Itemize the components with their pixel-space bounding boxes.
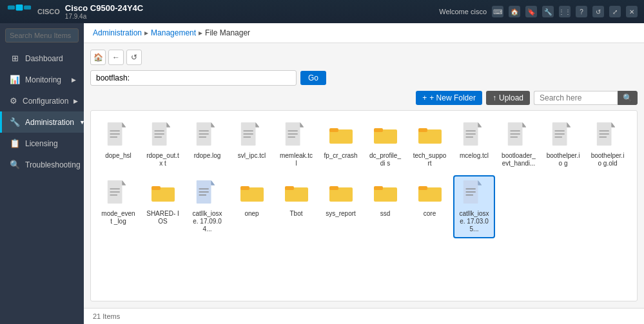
sidebar-item-dashboard[interactable]: ⊞ Dashboard [0,48,84,69]
fm-search-input[interactable] [534,91,618,105]
main-layout: ⊞ Dashboard 📊 Monitoring ▶ ⚙ Configurati… [0,23,644,324]
upload-label: Upload [499,93,523,102]
file-item[interactable]: SHARED- IOS [142,175,184,238]
upload-icon: ↑ [493,93,496,102]
doc-icon [107,180,126,204]
new-folder-label: + New Folder [429,93,476,102]
tools-icon[interactable]: 🔧 [542,6,554,17]
file-item[interactable]: bootloader_evt_handi... [498,117,540,173]
file-item[interactable]: onep [231,175,273,238]
doc-icon [552,122,571,146]
dashboard-icon: ⊞ [10,53,20,63]
svg-rect-84 [374,186,383,190]
file-icon-wrapper [107,122,130,149]
fm-refresh-button[interactable]: ↺ [126,50,142,65]
file-item-label: catllk_iosxe. 17.03.05... [457,210,491,233]
folder-icon [329,180,353,204]
file-item[interactable]: boothelper.io g [542,117,584,173]
sidebar-item-configuration[interactable]: ⚙ Configuration ▶ [0,90,84,111]
home-icon[interactable]: 🏠 [509,6,520,17]
doc-icon [463,122,482,146]
file-item-label: Tbot [289,210,302,218]
close-icon[interactable]: ✕ [626,6,638,17]
file-grid: dope_hsl rdope_out.tx t rdope.log [97,117,630,238]
sidebar-item-troubleshooting[interactable]: 🔍 Troubleshooting [0,154,84,175]
breadcrumb-administration[interactable]: Administration [93,28,142,37]
file-item[interactable]: dc_profile_di s [364,117,406,173]
file-item[interactable]: ssd [364,175,406,238]
sidebar-search-input[interactable] [5,28,79,43]
file-icon-wrapper [596,122,620,149]
file-item-label: mode_event _log [101,210,135,225]
fm-search-box[interactable]: 🔍 [534,91,638,105]
file-icon-wrapper [151,180,175,207]
file-item[interactable]: dope_hsl [97,117,139,173]
sidebar-item-troubleshooting-label: Troubleshooting [25,160,81,169]
file-manager-panel: 🏠 ← ↺ Go + + New Folder ↑ Upload [84,43,644,308]
file-icon-wrapper [329,122,353,149]
fm-home-button[interactable]: 🏠 [90,50,106,65]
app-icon[interactable]: ⋮⋮ [559,6,571,17]
file-grid-container[interactable]: dope_hsl rdope_out.tx t rdope.log [90,110,638,301]
svg-marker-29 [300,122,304,128]
sidebar-item-licensing[interactable]: 📋 Licensing [0,133,84,154]
item-count-label: 21 Items [93,312,120,320]
file-item-label: svl_ipc.tcl [238,152,266,160]
sidebar-item-licensing-label: Licensing [25,139,58,148]
upload-button[interactable]: ↑ Upload [486,91,530,105]
file-item[interactable]: sys_report [320,175,362,238]
file-item[interactable]: mcelog.tcl [453,117,495,173]
file-item-label: memleak.tcl [279,152,313,167]
breadcrumb: Administration ▸ Management ▸ File Manag… [84,23,644,43]
file-item[interactable]: svl_ipc.tcl [231,117,273,173]
doc-icon [107,122,126,146]
fm-path-input[interactable] [90,70,297,86]
breadcrumb-file-manager: File Manager [205,28,250,37]
file-item[interactable]: catllk_iosxe. 17.03.05... [453,175,495,238]
breadcrumb-management[interactable]: Management [151,28,196,37]
file-item[interactable]: Tbot [275,175,317,238]
file-item[interactable]: catllk_iosxe. 17.09.04... [186,175,228,238]
sidebar-item-administration-label: Administration [25,118,74,127]
file-icon-wrapper [107,180,130,207]
doc-icon [596,122,616,146]
folder-icon [151,180,175,204]
bookmark-icon[interactable]: 🔖 [525,6,537,17]
svg-marker-17 [211,122,215,128]
svg-marker-73 [211,180,215,186]
file-icon-wrapper [240,180,264,207]
file-item[interactable]: memleak.tcl [275,117,317,173]
file-item[interactable]: mode_event _log [97,175,139,238]
svg-marker-59 [611,122,615,128]
monitoring-icon: 📊 [10,75,20,84]
file-item[interactable]: boothelper.io g.old [587,117,629,173]
svg-marker-47 [522,122,526,128]
file-item[interactable]: rdope.log [186,117,228,173]
file-item-label: rdope_out.tx t [146,152,180,167]
svg-marker-23 [255,122,259,128]
file-item[interactable]: tech_support [409,117,451,173]
logo-area: CISCO Cisco C9500-24Y4C 17.9.4a [6,3,439,20]
help-icon[interactable]: ? [576,6,587,17]
fm-search-button[interactable]: 🔍 [618,91,638,105]
keyboard-icon[interactable]: ⌨ [492,6,503,17]
top-bar-right-actions: Welcome cisco ⌨ 🏠 🔖 🔧 ⋮⋮ ? ↺ ⤢ ✕ [439,6,638,17]
new-folder-button[interactable]: + + New Folder [416,91,482,105]
file-item[interactable]: rdope_out.tx t [142,117,184,173]
file-icon-wrapper [507,122,531,149]
folder-icon [374,122,397,146]
sidebar-item-administration[interactable]: 🔧 Administration ▼ [0,111,84,133]
file-item[interactable]: fp_cr_crash [320,117,362,173]
refresh-icon[interactable]: ↺ [592,6,604,17]
fm-go-button[interactable]: Go [300,71,326,85]
file-item-label: rdope.log [194,152,221,160]
expand-icon[interactable]: ⤢ [609,6,621,17]
sidebar-item-monitoring[interactable]: 📊 Monitoring ▶ [0,69,84,90]
svg-marker-53 [567,122,571,128]
administration-icon: 🔧 [10,117,20,127]
fm-back-button[interactable]: ← [108,50,124,65]
sidebar-search-area[interactable] [0,23,84,48]
troubleshooting-icon: 🔍 [10,160,20,169]
file-item[interactable]: core [409,175,451,238]
file-icon-wrapper [374,180,397,207]
